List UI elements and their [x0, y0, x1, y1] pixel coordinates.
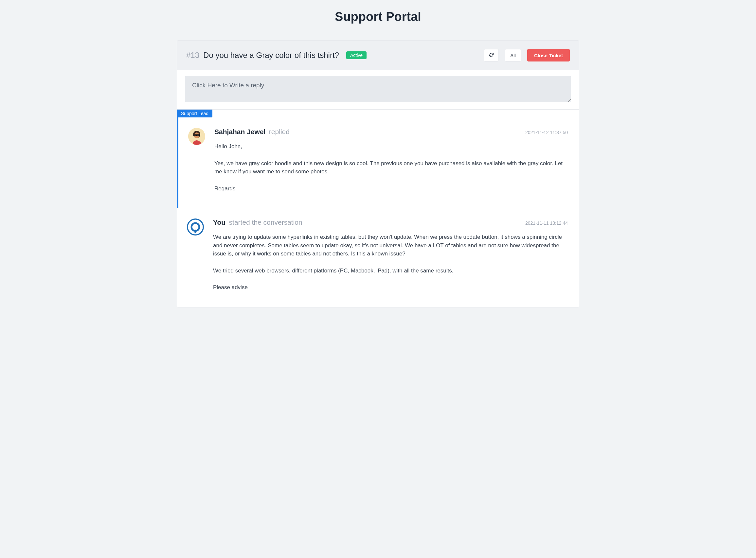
ticket-subject: Do you have a Gray color of this tshirt? [203, 51, 339, 60]
all-button[interactable]: All [505, 49, 521, 61]
avatar [187, 219, 204, 235]
message-body: Hello John, Yes, we have gray color hood… [214, 142, 568, 193]
svg-rect-5 [197, 135, 199, 136]
reply-area [177, 70, 579, 109]
author-action: started the conversation [229, 219, 302, 226]
ticket-panel: #13 Do you have a Gray color of this tsh… [177, 40, 579, 307]
avatar [188, 128, 205, 145]
reply-input[interactable] [185, 76, 571, 102]
conversation-agent: Support Lead Sahjahan Jewel replied [177, 109, 579, 208]
refresh-icon [489, 53, 493, 58]
author-name: Sahjahan Jewel [214, 128, 265, 135]
svg-rect-8 [195, 230, 196, 233]
close-ticket-button[interactable]: Close Ticket [527, 49, 570, 61]
timestamp: 2021-11-12 11:37:50 [525, 130, 568, 135]
status-badge: Active [346, 51, 367, 59]
page-title: Support Portal [0, 10, 756, 24]
message-body: We are trying to update some hyperlinks … [213, 233, 568, 292]
author-action: replied [269, 128, 290, 135]
author-name: You [213, 219, 225, 226]
ticket-id: #13 [186, 51, 199, 60]
role-badge: Support Lead [177, 109, 212, 118]
timestamp: 2021-11-11 13:12:44 [525, 221, 568, 226]
conversation-customer: You started the conversation 2021-11-11 … [177, 208, 579, 307]
refresh-button[interactable] [484, 49, 499, 61]
ticket-header: #13 Do you have a Gray color of this tsh… [177, 41, 579, 70]
svg-rect-4 [194, 135, 196, 136]
